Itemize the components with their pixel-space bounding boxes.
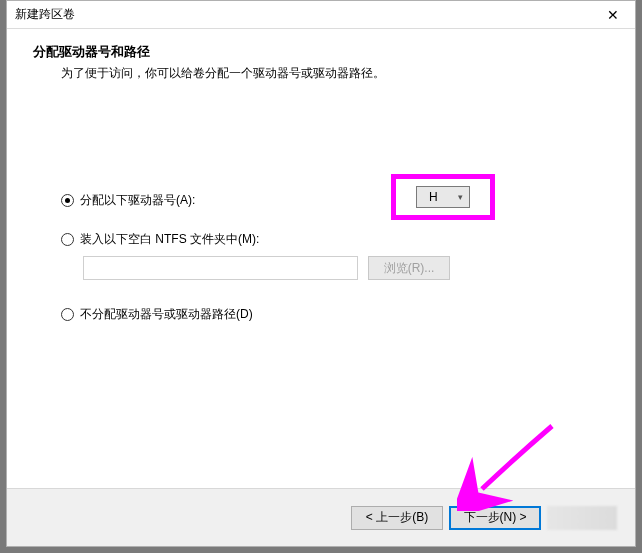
titlebar: 新建跨区卷 ✕	[7, 1, 635, 29]
radio-assign-letter[interactable]	[61, 194, 74, 207]
content-area: 分配驱动器号和路径 为了便于访问，你可以给卷分配一个驱动器号或驱动器路径。 分配…	[7, 29, 635, 488]
wizard-footer: < 上一步(B) 下一步(N) >	[7, 488, 635, 546]
next-button[interactable]: 下一步(N) >	[449, 506, 541, 530]
next-button-label: 下一步(N) >	[464, 509, 527, 526]
browse-button-label: 浏览(R)...	[384, 260, 435, 277]
mount-path-row: 浏览(R)...	[83, 256, 609, 280]
browse-button: 浏览(R)...	[368, 256, 450, 280]
close-icon: ✕	[607, 7, 619, 23]
option-no-assign[interactable]: 不分配驱动器号或驱动器路径(D)	[61, 306, 609, 323]
option-assign-letter-label: 分配以下驱动器号(A):	[80, 192, 195, 209]
back-button[interactable]: < 上一步(B)	[351, 506, 443, 530]
chevron-down-icon: ▾	[458, 192, 463, 202]
page-heading: 分配驱动器号和路径	[33, 43, 609, 61]
close-button[interactable]: ✕	[591, 1, 635, 29]
window-title: 新建跨区卷	[15, 6, 75, 23]
mount-path-field	[83, 256, 358, 280]
obscured-area	[547, 506, 617, 530]
option-assign-letter[interactable]: 分配以下驱动器号(A): H ▾	[61, 192, 609, 209]
wizard-window: 新建跨区卷 ✕ 分配驱动器号和路径 为了便于访问，你可以给卷分配一个驱动器号或驱…	[6, 0, 636, 547]
option-no-assign-label: 不分配驱动器号或驱动器路径(D)	[80, 306, 253, 323]
drive-letter-select[interactable]: H ▾	[416, 186, 470, 208]
drive-letter-value: H	[429, 190, 438, 204]
page-subheading: 为了便于访问，你可以给卷分配一个驱动器号或驱动器路径。	[61, 65, 609, 82]
back-button-label: < 上一步(B)	[366, 509, 428, 526]
option-mount-folder[interactable]: 装入以下空白 NTFS 文件夹中(M):	[61, 231, 609, 248]
drive-letter-highlight: H ▾	[391, 174, 495, 220]
option-mount-folder-label: 装入以下空白 NTFS 文件夹中(M):	[80, 231, 259, 248]
radio-mount-folder[interactable]	[61, 233, 74, 246]
options-group: 分配以下驱动器号(A): H ▾ 装入以下空白 NTFS 文件夹中(M):	[61, 192, 609, 323]
radio-no-assign[interactable]	[61, 308, 74, 321]
